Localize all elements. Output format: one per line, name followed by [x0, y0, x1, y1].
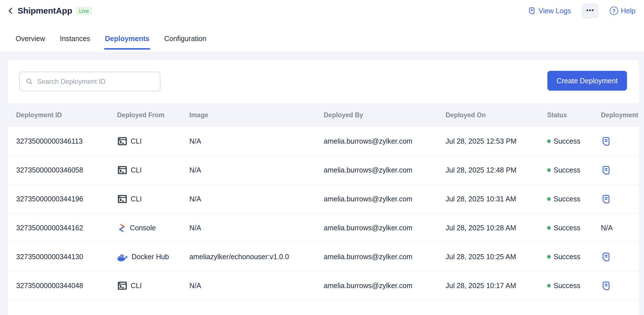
- table-body: 32735000000346113 CLI N/A amelia.burrows…: [8, 127, 639, 300]
- status-label: Success: [554, 253, 580, 261]
- search-input[interactable]: [37, 77, 155, 86]
- help-button[interactable]: ? Help: [610, 7, 635, 15]
- help-label: Help: [621, 7, 635, 15]
- status-cell: Success: [547, 271, 580, 300]
- deployment-logs-icon: [601, 252, 611, 262]
- deployed-from-cell: CLI: [117, 271, 142, 300]
- content-area: Create Deployment Deployment ID Deployed…: [0, 52, 644, 315]
- chevron-left-icon: [7, 7, 15, 15]
- deployed-by-cell: amelia.burrows@zylker.com: [324, 127, 412, 156]
- deployment-logs-icon: [601, 165, 611, 175]
- deployment-logs-icon: [601, 194, 611, 204]
- search-icon: [26, 78, 33, 85]
- deployed-on-cell: Jul 28, 2025 10:17 AM: [446, 271, 516, 300]
- status-label: Success: [554, 224, 580, 232]
- status-cell: Success: [547, 214, 580, 242]
- logs-cell: N/A: [601, 214, 613, 242]
- cli-icon: [117, 280, 128, 291]
- deployment-logs-button[interactable]: [601, 281, 611, 291]
- docker-icon: [117, 252, 128, 261]
- table-row: 32735000000344196 CLI N/A amelia.burrows…: [8, 185, 639, 214]
- status-dot: [547, 226, 551, 230]
- console-icon: [117, 223, 127, 233]
- tab-configuration[interactable]: Configuration: [164, 35, 206, 43]
- table-row: 32735000000344130 Docker Hub ameliazylke…: [8, 242, 639, 271]
- deployed-on-cell: Jul 28, 2025 12:48 PM: [446, 156, 516, 184]
- table-row: 32735000000344162 Console N/A amelia.bur…: [8, 214, 639, 242]
- deployed-from-label: CLI: [131, 137, 142, 145]
- app-header: ShipmentApp Live View Logs ••• ? Help Ov…: [0, 0, 644, 52]
- search-box[interactable]: [19, 72, 160, 91]
- deployed-from-label: Docker Hub: [132, 253, 169, 261]
- deployed-by-cell: amelia.burrows@zylker.com: [324, 242, 412, 271]
- deployed-by-cell: amelia.burrows@zylker.com: [324, 156, 412, 184]
- deployment-logs-button[interactable]: [601, 252, 611, 262]
- deployed-on-cell: Jul 28, 2025 10:28 AM: [446, 214, 516, 242]
- deployment-logs-icon: [601, 281, 611, 291]
- deployment-id-cell: 32735000000344162: [16, 214, 83, 242]
- deployed-from-label: CLI: [131, 282, 142, 290]
- column-header-deployment-id: Deployment ID: [16, 103, 62, 127]
- image-cell: N/A: [189, 185, 201, 213]
- view-logs-icon: [528, 7, 536, 15]
- deployment-logs-button[interactable]: [601, 136, 611, 146]
- column-header-deployed-on: Deployed On: [446, 103, 486, 127]
- deployed-by-cell: amelia.burrows@zylker.com: [324, 214, 412, 242]
- cli-icon: [117, 136, 128, 146]
- table-row: 32735000000346113 CLI N/A amelia.burrows…: [8, 127, 639, 156]
- status-label: Success: [554, 137, 580, 145]
- status-label: Success: [554, 195, 580, 203]
- deployment-id-cell: 32735000000346058: [16, 156, 83, 184]
- table-row: 32735000000344048 CLI N/A amelia.burrows…: [8, 271, 639, 300]
- status-label: Success: [554, 282, 580, 290]
- deployment-id-cell: 32735000000344196: [16, 185, 83, 213]
- deployment-logs-icon: [601, 136, 611, 146]
- deployed-on-cell: Jul 28, 2025 10:25 AM: [446, 242, 516, 271]
- page-title: ShipmentApp: [18, 6, 72, 16]
- deployed-from-label: CLI: [131, 166, 142, 174]
- view-logs-button[interactable]: View Logs: [528, 7, 571, 15]
- more-button[interactable]: •••: [582, 3, 598, 18]
- status-dot: [547, 255, 551, 259]
- cli-icon: [117, 165, 128, 175]
- logs-cell: [601, 185, 611, 213]
- deployed-from-cell: Console: [117, 214, 156, 242]
- tab-instances[interactable]: Instances: [60, 35, 90, 43]
- status-label: Success: [554, 166, 580, 174]
- column-header-image: Image: [189, 103, 208, 127]
- deployed-by-cell: amelia.burrows@zylker.com: [324, 271, 412, 300]
- logs-cell: [601, 127, 611, 156]
- deployed-from-cell: CLI: [117, 185, 142, 213]
- status-dot: [547, 284, 551, 288]
- deployed-from-cell: CLI: [117, 127, 142, 156]
- column-header-deployed-from: Deployed From: [117, 103, 164, 127]
- image-cell: ameliazylker/echonouser:v1.0.0: [189, 242, 289, 271]
- logs-cell: [601, 271, 611, 300]
- status-cell: Success: [547, 156, 580, 184]
- deployed-from-label: CLI: [131, 195, 142, 203]
- tab-overview[interactable]: Overview: [16, 35, 45, 43]
- deployed-on-cell: Jul 28, 2025 10:31 AM: [446, 185, 516, 213]
- back-button[interactable]: [6, 6, 16, 16]
- deployment-id-cell: 32735000000344048: [16, 271, 83, 300]
- logs-cell: [601, 242, 611, 271]
- deployment-logs-button[interactable]: [601, 165, 611, 175]
- image-cell: N/A: [189, 214, 201, 242]
- deployment-logs-button[interactable]: [601, 194, 611, 204]
- status-cell: Success: [547, 127, 580, 156]
- logs-na-text: N/A: [601, 224, 613, 232]
- cli-icon: [117, 194, 128, 204]
- create-deployment-button[interactable]: Create Deployment: [547, 71, 627, 91]
- tab-bar: OverviewInstancesDeploymentsConfiguratio…: [16, 28, 206, 49]
- tab-deployments[interactable]: Deployments: [105, 35, 149, 43]
- column-header-status: Status: [547, 103, 567, 127]
- deployed-by-cell: amelia.burrows@zylker.com: [324, 185, 412, 213]
- status-cell: Success: [547, 185, 580, 213]
- deployed-from-label: Console: [130, 224, 156, 232]
- column-header-deployed-by: Deployed By: [324, 103, 363, 127]
- column-header-deployment-logs: Deployment Logs: [601, 103, 639, 127]
- status-dot: [547, 139, 551, 143]
- view-logs-label: View Logs: [539, 7, 571, 15]
- deployed-from-cell: Docker Hub: [117, 242, 169, 271]
- table-header: Deployment ID Deployed From Image Deploy…: [8, 103, 639, 127]
